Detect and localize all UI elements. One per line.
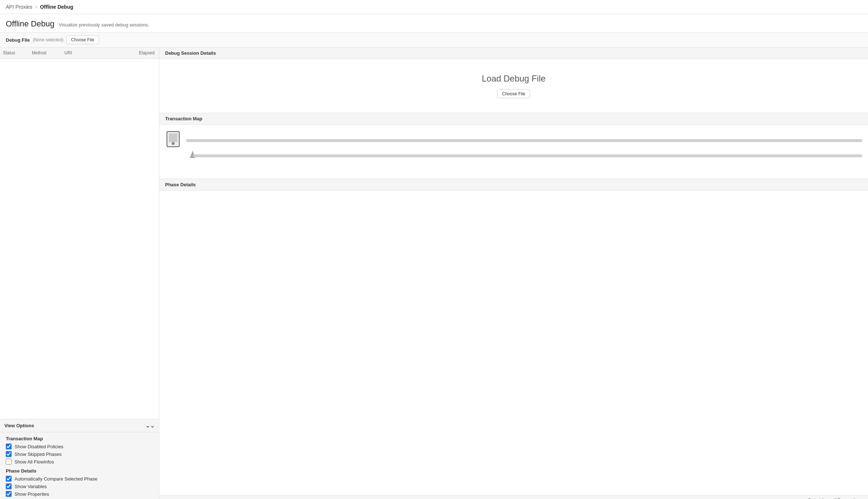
output-footer: Output from all Transactions bbox=[159, 495, 868, 499]
show-variables-checkbox[interactable] bbox=[6, 483, 12, 489]
show-properties-label: Show Properties bbox=[14, 491, 49, 497]
page-title: Offline Debug bbox=[6, 19, 54, 29]
show-disabled-policies-label: Show Disabled Policies bbox=[14, 444, 63, 449]
page-subtitle: Visualize previously saved debug session… bbox=[59, 22, 149, 28]
left-panel: Status Method URI Elapsed View Options ⌄… bbox=[0, 47, 159, 499]
load-debug-area: Load Debug File Choose File bbox=[159, 59, 868, 113]
phone-screen bbox=[169, 133, 177, 142]
phase-details-body bbox=[159, 191, 868, 495]
breadcrumb: API Proxies › Offline Debug bbox=[0, 0, 868, 14]
view-options-panel: View Options ⌄⌄ Transaction Map Show Dis… bbox=[0, 419, 159, 499]
view-options-body: Transaction Map Show Disabled Policies S… bbox=[0, 432, 159, 499]
choose-file-button-main[interactable]: Choose File bbox=[497, 90, 530, 98]
debug-file-label: Debug File bbox=[6, 37, 30, 43]
phase-details-header: Phase Details bbox=[159, 179, 868, 191]
view-options-header: View Options ⌄⌄ bbox=[0, 419, 159, 432]
col-header-status: Status bbox=[0, 50, 29, 56]
breadcrumb-current: Offline Debug bbox=[40, 4, 73, 10]
debug-file-bar: Debug File (None selected) Choose File bbox=[0, 33, 868, 47]
breadcrumb-parent[interactable]: API Proxies bbox=[6, 4, 32, 10]
show-all-flowinfos-row: Show All FlowInfos bbox=[6, 459, 153, 465]
phone-icon bbox=[167, 131, 180, 147]
debug-session-header: Debug Session Details bbox=[159, 47, 868, 59]
main-layout: Status Method URI Elapsed View Options ⌄… bbox=[0, 47, 868, 499]
transaction-arrows bbox=[186, 132, 862, 161]
debug-file-none: (None selected) bbox=[33, 37, 63, 42]
transaction-map-label: Transaction Map bbox=[6, 436, 153, 441]
show-variables-label: Show Variables bbox=[14, 484, 47, 489]
show-properties-row: Show Properties bbox=[6, 491, 153, 497]
show-disabled-policies-row: Show Disabled Policies bbox=[6, 444, 153, 449]
transaction-map-section: Transaction Map Show Disabled Policies S… bbox=[6, 436, 153, 465]
show-skipped-phases-label: Show Skipped Phases bbox=[14, 452, 62, 457]
show-properties-checkbox[interactable] bbox=[6, 491, 12, 497]
col-header-uri: URI bbox=[62, 50, 130, 56]
collapse-icon[interactable]: ⌄⌄ bbox=[145, 422, 155, 429]
show-skipped-phases-row: Show Skipped Phases bbox=[6, 451, 153, 457]
table-header: Status Method URI Elapsed bbox=[0, 47, 159, 59]
col-header-elapsed: Elapsed bbox=[130, 50, 159, 56]
phone-button bbox=[172, 142, 175, 145]
line-top bbox=[186, 139, 862, 142]
choose-file-button-top[interactable]: Choose File bbox=[66, 36, 99, 44]
line-bottom bbox=[193, 154, 862, 157]
auto-compare-label: Automatically Compare Selected Phase bbox=[14, 476, 97, 482]
page-header: Offline Debug Visualize previously saved… bbox=[0, 14, 868, 33]
load-debug-title: Load Debug File bbox=[482, 74, 545, 84]
auto-compare-row: Automatically Compare Selected Phase bbox=[6, 476, 153, 482]
show-skipped-phases-checkbox[interactable] bbox=[6, 451, 12, 457]
transaction-map-header: Transaction Map bbox=[159, 113, 868, 125]
col-header-method: Method bbox=[29, 50, 62, 56]
transaction-map-body bbox=[159, 125, 868, 179]
phase-details-vo-label: Phase Details bbox=[6, 468, 153, 474]
phase-details-section: Phase Details Automatically Compare Sele… bbox=[6, 468, 153, 497]
show-disabled-policies-checkbox[interactable] bbox=[6, 444, 12, 449]
breadcrumb-separator: › bbox=[35, 4, 37, 10]
auto-compare-checkbox[interactable] bbox=[6, 476, 12, 482]
show-variables-row: Show Variables bbox=[6, 483, 153, 489]
show-all-flowinfos-label: Show All FlowInfos bbox=[14, 459, 54, 465]
table-body bbox=[0, 59, 159, 419]
view-options-title: View Options bbox=[4, 423, 34, 428]
show-all-flowinfos-checkbox[interactable] bbox=[6, 459, 12, 465]
right-panel: Debug Session Details Load Debug File Ch… bbox=[159, 47, 868, 499]
